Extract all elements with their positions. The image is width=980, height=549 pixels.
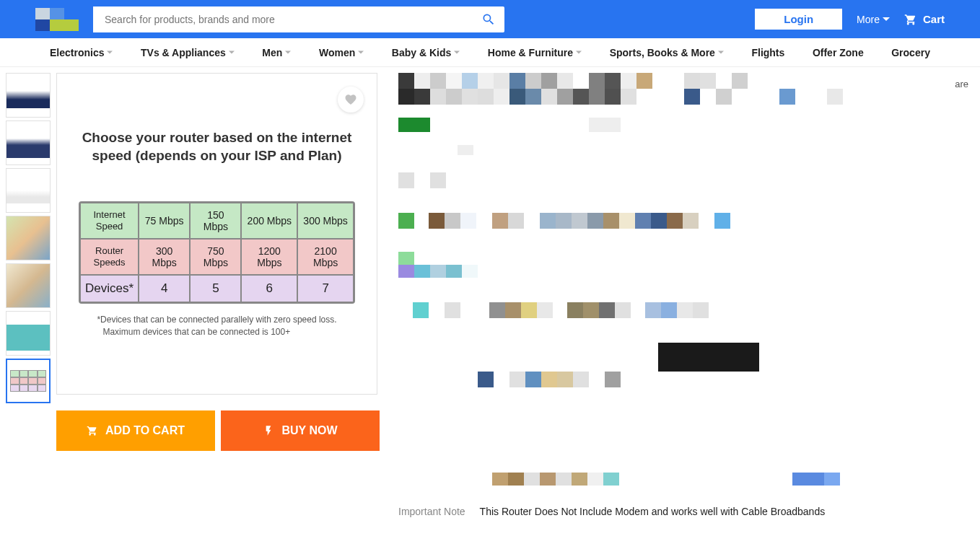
obscured-offers-area (398, 213, 974, 278)
th-internet-speed: Internet Speed (80, 203, 139, 239)
product-details: are (391, 73, 974, 517)
nav-sports-books[interactable]: Sports, Books & More (610, 47, 724, 58)
buy-now-button[interactable]: BUY NOW (221, 410, 380, 451)
cart-icon (87, 425, 98, 436)
site-logo[interactable] (35, 8, 79, 31)
login-button[interactable]: Login (755, 9, 842, 30)
cart-icon (904, 13, 917, 26)
thumbnail-1[interactable] (6, 73, 51, 118)
add-to-cart-label: ADD TO CART (105, 424, 185, 437)
nav-women[interactable]: Women (319, 47, 364, 58)
chevron-down-icon (229, 50, 235, 56)
search-bar (93, 6, 504, 32)
important-note-row: Important Note This Router Does Not Incl… (398, 506, 974, 517)
more-label: More (857, 14, 880, 25)
obscured-rating-area (398, 118, 974, 188)
search-icon (481, 12, 496, 27)
thumbnail-2[interactable] (6, 120, 51, 165)
image-title: Choose your router based on the internet… (79, 129, 355, 164)
cart-label: Cart (923, 13, 945, 25)
cta-row: ADD TO CART BUY NOW (56, 410, 380, 451)
important-note-text: This Router Does Not Include Modem and w… (480, 506, 826, 517)
more-link[interactable]: More (857, 14, 890, 25)
th-devices: Devices* (80, 275, 139, 302)
product-gallery: Choose your router based on the internet… (6, 73, 380, 403)
thumbnail-list (6, 73, 51, 403)
thumbnail-6[interactable] (6, 311, 51, 356)
chevron-down-icon (576, 50, 582, 56)
buy-now-label: BUY NOW (281, 424, 337, 437)
chevron-down-icon (454, 50, 460, 56)
nav-offer-zone[interactable]: Offer Zone (813, 47, 864, 58)
thumbnail-4[interactable] (6, 216, 51, 260)
important-note-label: Important Note (398, 506, 465, 517)
obscured-highlights-area (398, 473, 974, 488)
obscured-delivery-area (398, 302, 974, 318)
thumbnail-7[interactable] (6, 359, 51, 403)
nav-home-furniture[interactable]: Home & Furniture (488, 47, 582, 58)
chevron-down-icon (285, 50, 291, 56)
site-header: Login More Cart (0, 0, 980, 38)
chevron-down-icon (358, 50, 364, 56)
nav-men[interactable]: Men (262, 47, 291, 58)
chevron-down-icon (107, 50, 113, 56)
heart-icon (344, 93, 357, 106)
nav-tvs-appliances[interactable]: TVs & Appliances (141, 47, 235, 58)
nav-baby-kids[interactable]: Baby & Kids (392, 47, 460, 58)
search-input[interactable] (93, 6, 473, 32)
main-image-panel: Choose your router based on the internet… (56, 73, 377, 395)
speed-table: Internet Speed 75 Mbps 150 Mbps 200 Mbps… (79, 201, 355, 304)
th-router-speeds: Router Speeds (80, 239, 139, 275)
cart-link[interactable]: Cart (904, 13, 945, 26)
obscured-services-area (398, 343, 974, 387)
category-navbar: Electronics TVs & Appliances Men Women B… (0, 38, 980, 67)
nav-flights[interactable]: Flights (751, 47, 784, 58)
thumbnail-5[interactable] (6, 263, 51, 308)
chevron-down-icon (883, 16, 890, 23)
table-footnote: *Devices that can be connected parallely… (97, 314, 336, 338)
wishlist-button[interactable] (338, 87, 364, 113)
chevron-down-icon (718, 50, 724, 56)
search-button[interactable] (473, 6, 504, 32)
nav-electronics[interactable]: Electronics (50, 47, 113, 58)
flash-icon (263, 425, 274, 436)
share-label-fragment: are (955, 79, 968, 89)
obscured-title-area (398, 73, 974, 105)
thumbnail-3[interactable] (6, 168, 51, 213)
add-to-cart-button[interactable]: ADD TO CART (56, 410, 215, 451)
nav-grocery[interactable]: Grocery (891, 47, 930, 58)
